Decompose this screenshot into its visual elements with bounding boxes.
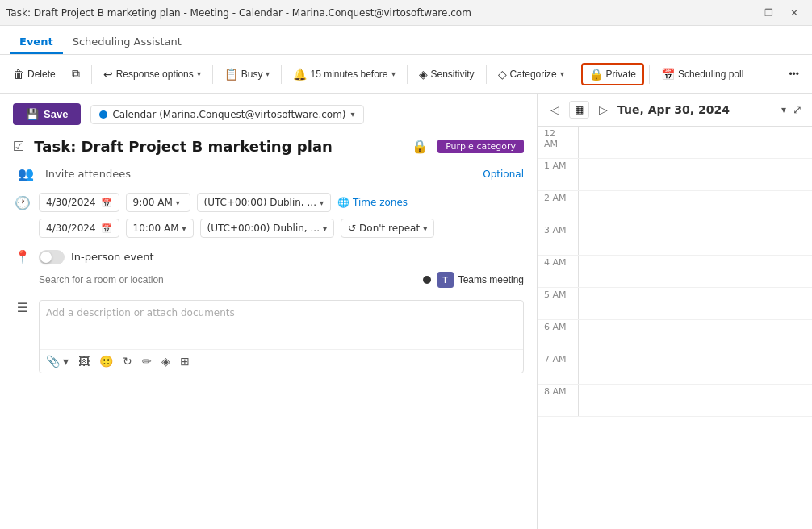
pen-button[interactable]: ✏ [142, 355, 152, 368]
description-textarea[interactable]: Add a description or attach documents [40, 301, 523, 349]
signature-button[interactable]: ◈ [161, 355, 170, 368]
start-time-input[interactable]: 9:00 AM ▾ [126, 193, 190, 212]
separator-4 [407, 65, 408, 84]
main-layout: 💾 Save Calendar (Marina.Conquest@virtoso… [0, 94, 812, 529]
calendar-date-chevron[interactable]: ▾ [781, 104, 786, 115]
calendar-header: ◁ ▦ ▷ Tue, Apr 30, 2024 ▾ ⤢ [538, 94, 812, 127]
time-label-6am: 6 AM [538, 320, 578, 352]
repeat-chevron: ▾ [423, 224, 427, 233]
time-area-4am [578, 256, 812, 287]
time-slot-4am: 4 AM [538, 256, 812, 288]
purple-category-badge[interactable]: Purple category [437, 140, 524, 153]
left-panel: 💾 Save Calendar (Marina.Conquest@virtoso… [0, 94, 538, 529]
attendees-icon: 👥 [16, 166, 36, 181]
end-timezone-select[interactable]: (UTC+00:00) Dublin, ... ▾ [200, 219, 334, 238]
sensitivity-button[interactable]: ◈ Sensitivity [412, 65, 481, 84]
separator-2 [212, 65, 213, 84]
time-area-7am [578, 352, 812, 384]
end-time-input[interactable]: 10:00 AM ▾ [126, 219, 194, 238]
window-title: Task: Draft Project B marketing plan - M… [6, 7, 471, 19]
time-label-5am: 5 AM [538, 288, 578, 319]
reminder-chevron: ▾ [391, 69, 396, 78]
categorize-button[interactable]: ◇ Categorize ▾ [492, 65, 571, 84]
delete-button[interactable]: 🗑 Delete [6, 65, 62, 84]
busy-button[interactable]: 📋 Busy ▾ [218, 65, 277, 84]
time-label-7am: 7 AM [538, 352, 578, 384]
invite-attendees-label[interactable]: Invite attendees [45, 168, 473, 180]
time-slot-8am: 8 AM [538, 385, 812, 417]
sensitivity-icon: ◈ [419, 68, 428, 81]
calendar-next-button[interactable]: ▷ [596, 100, 611, 119]
loop-button[interactable]: ↻ [123, 355, 132, 368]
start-date-value: 4/30/2024 [46, 197, 96, 208]
separator-3 [281, 65, 282, 84]
description-icon: ☰ [13, 300, 32, 373]
room-dot [423, 276, 431, 284]
optional-link[interactable]: Optional [483, 169, 524, 180]
time-slot-12am: 12 AM [538, 127, 812, 159]
time-area-8am [578, 385, 812, 416]
more-icon: ••• [789, 69, 799, 80]
task-icon: ☑ [13, 139, 24, 154]
title-row: ☑ Task: Draft Project B marketing plan 🔒… [13, 138, 524, 155]
description-box: Add a description or attach documents 📎 … [39, 300, 524, 373]
tab-scheduling-assistant[interactable]: Scheduling Assistant [63, 31, 191, 54]
end-date-input[interactable]: 4/30/2024 📅 [39, 219, 119, 238]
restore-button[interactable]: ❐ [757, 2, 780, 24]
tab-event[interactable]: Event [10, 31, 63, 54]
more-options-button[interactable]: ••• [782, 65, 806, 83]
attach-button[interactable]: 📎 ▾ [46, 355, 69, 368]
window-controls: ❐ ✕ [757, 2, 806, 24]
reminder-button[interactable]: 🔔 15 minutes before ▾ [287, 65, 401, 84]
calendar-prev-button[interactable]: ◁ [547, 100, 563, 119]
repeat-icon: ↺ [348, 223, 356, 234]
forms-button[interactable]: ⊞ [180, 355, 190, 368]
search-room-row: T Teams meeting [39, 271, 524, 289]
time-grid: 12 AM 1 AM 2 AM 3 AM 4 AM 5 AM [538, 127, 812, 529]
right-panel: ◁ ▦ ▷ Tue, Apr 30, 2024 ▾ ⤢ 12 AM 1 AM 2… [538, 94, 812, 529]
private-button[interactable]: 🔒 Private [581, 63, 644, 85]
title-bar: Task: Draft Project B marketing plan - M… [0, 0, 812, 26]
calendar-expand-button[interactable]: ⤢ [793, 103, 802, 116]
time-zones-link[interactable]: 🌐 Time zones [337, 197, 408, 208]
calendar-today-button[interactable]: ▦ [569, 101, 589, 119]
image-button[interactable]: 🖼 [78, 355, 90, 368]
calendar-select-label: Calendar (Marina.Conquest@virtosoftware.… [112, 109, 345, 120]
dont-repeat-button[interactable]: ↺ Don't repeat ▾ [341, 219, 434, 238]
start-timezone-select[interactable]: (UTC+00:00) Dublin, ... ▾ [197, 193, 331, 212]
time-label-12am: 12 AM [538, 127, 578, 158]
lock-icon: 🔒 [412, 139, 428, 154]
save-button[interactable]: 💾 Save [13, 103, 81, 125]
toolbar: 🗑 Delete ⧉ ↩ Response options ▾ 📋 Busy ▾… [0, 55, 812, 94]
event-title[interactable]: Task: Draft Project B marketing plan [34, 138, 402, 155]
scheduling-poll-button[interactable]: 📅 Scheduling poll [655, 65, 750, 84]
busy-chevron: ▾ [266, 69, 270, 78]
start-date-input[interactable]: 4/30/2024 📅 [39, 193, 119, 212]
duplicate-button[interactable]: ⧉ [65, 64, 86, 84]
search-room-input[interactable] [39, 271, 416, 289]
end-timezone-chevron: ▾ [323, 224, 327, 233]
close-button[interactable]: ✕ [783, 2, 806, 24]
dont-repeat-label: Don't repeat [359, 223, 420, 234]
end-date-value: 4/30/2024 [46, 223, 96, 234]
teams-meeting-label: Teams meeting [458, 274, 524, 285]
calendar-select[interactable]: Calendar (Marina.Conquest@virtosoftware.… [90, 105, 363, 124]
calendar-chevron: ▾ [351, 110, 355, 119]
start-timezone-chevron: ▾ [320, 198, 324, 207]
reminder-icon: 🔔 [293, 68, 307, 81]
emoji-button[interactable]: 🙂 [99, 355, 113, 368]
toggle-thumb [40, 252, 52, 263]
top-row: 💾 Save Calendar (Marina.Conquest@virtoso… [13, 103, 524, 125]
start-timezone-value: (UTC+00:00) Dublin, ... [204, 197, 316, 208]
clock-icon: 🕐 [13, 195, 32, 210]
tab-bar: Event Scheduling Assistant [0, 26, 812, 55]
time-slot-1am: 1 AM [538, 159, 812, 191]
response-options-button[interactable]: ↩ Response options ▾ [97, 65, 207, 84]
time-label-4am: 4 AM [538, 256, 578, 287]
delete-icon: 🗑 [13, 68, 24, 81]
save-icon: 💾 [26, 108, 39, 120]
busy-icon: 📋 [224, 68, 238, 81]
in-person-toggle[interactable] [39, 250, 65, 264]
end-time-value: 10:00 AM [133, 223, 179, 234]
teams-meeting-button[interactable]: T Teams meeting [437, 272, 524, 288]
